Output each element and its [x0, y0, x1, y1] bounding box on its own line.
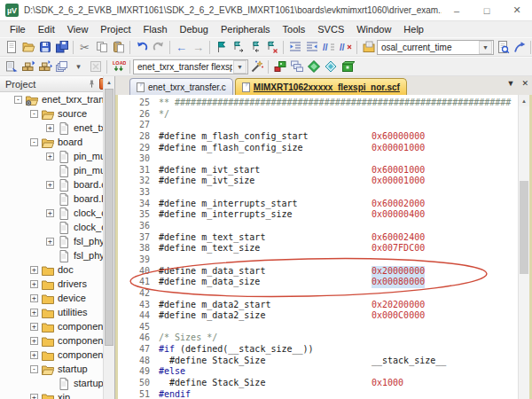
back-icon[interactable]: ← — [173, 39, 190, 56]
tree-item-utilities[interactable]: +utilities — [0, 305, 114, 319]
manage-items-icon[interactable] — [288, 59, 305, 75]
code-line-45[interactable]: 45 — [118, 322, 518, 333]
code-line-47[interactable]: 47#if (defined(__stack_size__)) — [118, 344, 518, 356]
menu-file[interactable]: File — [4, 23, 32, 35]
tree-item-board-c[interactable]: +board.c — [0, 177, 114, 192]
code-line-39[interactable]: 39 — [118, 254, 518, 266]
target-combobox-dropdown-icon[interactable]: ▼ — [233, 60, 246, 74]
find-combobox[interactable]: osal_current_time▼ — [377, 40, 494, 55]
manage-rte-icon[interactable] — [271, 59, 288, 75]
close-file-icon[interactable]: ✕ — [521, 79, 528, 88]
code-line-25[interactable]: 25** ###################################… — [118, 98, 518, 109]
expand-icon[interactable]: + — [30, 337, 38, 345]
code-line-36[interactable]: 36 — [118, 221, 518, 232]
undo-icon[interactable] — [133, 39, 150, 56]
code-line-38[interactable]: 38#define m_text_size0x007FDC00 — [118, 243, 518, 254]
tree-item-fsl-phy[interactable]: +fsl_phy. — [0, 234, 114, 248]
menu-project[interactable]: Project — [94, 23, 137, 35]
code-line-43[interactable]: 43#define m_data2_start0x20200000 — [118, 300, 518, 311]
find-in-files-icon[interactable] — [360, 39, 377, 56]
menu-svcs[interactable]: SVCS — [311, 23, 350, 35]
minimize-button[interactable]: – — [442, 0, 472, 20]
options-wand-icon[interactable] — [248, 59, 265, 75]
project-scrollbar[interactable]: ▲ — [103, 76, 114, 399]
batch-build-icon[interactable] — [53, 59, 70, 75]
tree-item-board[interactable]: -board — [0, 135, 114, 149]
menu-window[interactable]: Window — [350, 23, 397, 35]
tree-item-component[interactable]: +component — [0, 333, 114, 348]
tab-list-dropdown-icon[interactable]: ▼ — [507, 79, 515, 88]
uncomment-icon[interactable]: // — [337, 39, 354, 56]
build-icon[interactable] — [20, 59, 36, 75]
packs-diamond-cyan-icon[interactable] — [322, 59, 339, 75]
code-line-32[interactable]: 32#define m_ivt_size0x00001000 — [118, 176, 518, 187]
find-combobox-dropdown-icon[interactable]: ▼ — [479, 41, 492, 54]
code-line-35[interactable]: 35#define m_interrupts_size0x00000400 — [118, 209, 518, 221]
tree-item-pin-mu[interactable]: pin_mu — [0, 163, 114, 177]
paste-icon[interactable] — [110, 39, 127, 56]
code-line-48[interactable]: 48 #define Stack_Size__stack_size__ — [118, 356, 518, 367]
code-line-41[interactable]: 41#define m_data_size0x00080000 — [118, 277, 518, 288]
batch-dropdown-icon[interactable]: ▾ — [70, 59, 87, 75]
code-line-29[interactable]: 29#define m_flash_config_size0x00001000 — [118, 143, 518, 154]
goto-arrow-icon[interactable] — [511, 39, 528, 56]
tree-item-board-h[interactable]: board.h — [0, 192, 114, 206]
tree-item-component[interactable]: +component — [0, 348, 114, 362]
tree-item-startup[interactable]: -startup — [0, 362, 114, 376]
bookmark-icon[interactable] — [213, 39, 230, 56]
target-combobox[interactable]: enet_txrx_transfer flexspi▼ — [133, 59, 248, 74]
expand-icon[interactable]: + — [30, 266, 38, 274]
cut-icon[interactable]: ✂ — [76, 39, 93, 56]
expand-icon[interactable]: + — [46, 238, 54, 246]
forward-icon[interactable]: → — [190, 39, 207, 56]
code-line-46[interactable]: 46/* Sizes */ — [118, 332, 518, 344]
packs-diamond-icon[interactable] — [305, 59, 322, 75]
tree-item-enet-txrx-transf[interactable]: -enet_txrx_transf — [0, 92, 114, 106]
redo-icon[interactable] — [150, 39, 167, 56]
code-line-26[interactable]: 26*/ — [118, 109, 518, 121]
expand-icon[interactable]: + — [30, 294, 38, 302]
expand-icon[interactable]: + — [30, 394, 38, 399]
collapse-icon[interactable]: - — [30, 365, 38, 373]
tree-item-doc[interactable]: +doc — [0, 262, 114, 277]
maximize-button[interactable]: □ — [472, 0, 502, 20]
tree-item-device[interactable]: +device — [0, 291, 114, 305]
menu-peripherals[interactable]: Peripherals — [215, 23, 277, 35]
expand-icon[interactable]: + — [30, 309, 38, 317]
code-editor[interactable]: 25** ###################################… — [115, 95, 532, 399]
menu-help[interactable]: Help — [397, 23, 430, 35]
bookmark-clear-icon[interactable] — [263, 39, 280, 56]
comment-icon[interactable]: // — [320, 39, 337, 56]
expand-icon[interactable]: + — [30, 351, 38, 359]
expand-icon[interactable]: + — [46, 124, 54, 132]
copy-icon[interactable] — [93, 39, 110, 56]
translate-icon[interactable] — [3, 59, 20, 75]
code-line-49[interactable]: 49#else — [118, 366, 518, 378]
tab-enet-txrx-transfer-c[interactable]: enet_txrx_transfer.c — [129, 78, 233, 95]
tree-item-component[interactable]: +component — [0, 319, 114, 333]
code-line-33[interactable]: 33 — [118, 187, 518, 199]
tree-item-clock-c[interactable]: +clock_c — [0, 206, 114, 220]
pack-installer-icon[interactable] — [339, 59, 356, 75]
rebuild-icon[interactable] — [36, 59, 53, 75]
expand-icon[interactable]: + — [46, 181, 54, 189]
menu-debug[interactable]: Debug — [174, 23, 215, 35]
code-line-51[interactable]: 51#endif — [118, 389, 518, 399]
editor-scroll-thumb[interactable] — [520, 181, 528, 274]
project-scroll-thumb[interactable] — [105, 89, 113, 346]
load-flash-icon[interactable]: LOAD — [110, 59, 127, 75]
code-line-37[interactable]: 37#define m_text_start0x60002400 — [118, 232, 518, 244]
menu-tools[interactable]: Tools — [277, 23, 312, 35]
tab-mimxrt1062xxxxx-flexspi-nor-scf[interactable]: MIMXRT1062xxxxx_flexspi_nor.scf — [235, 78, 407, 95]
tree-item-enet-txr[interactable]: +enet_txr — [0, 121, 114, 135]
doc-search-icon[interactable] — [494, 39, 511, 56]
tree-item-fsl-phy[interactable]: fsl_phy. — [0, 248, 114, 262]
collapse-icon[interactable]: - — [30, 138, 38, 146]
menu-flash[interactable]: Flash — [137, 23, 174, 35]
code-line-50[interactable]: 50 #define Stack_Size0x1000 — [118, 378, 518, 389]
outdent-icon[interactable] — [303, 39, 320, 56]
tree-item-pin-mu[interactable]: +pin_mu — [0, 149, 114, 163]
indent-icon[interactable] — [286, 39, 303, 56]
pin-icon[interactable] — [85, 78, 98, 90]
collapse-icon[interactable]: - — [30, 110, 38, 118]
